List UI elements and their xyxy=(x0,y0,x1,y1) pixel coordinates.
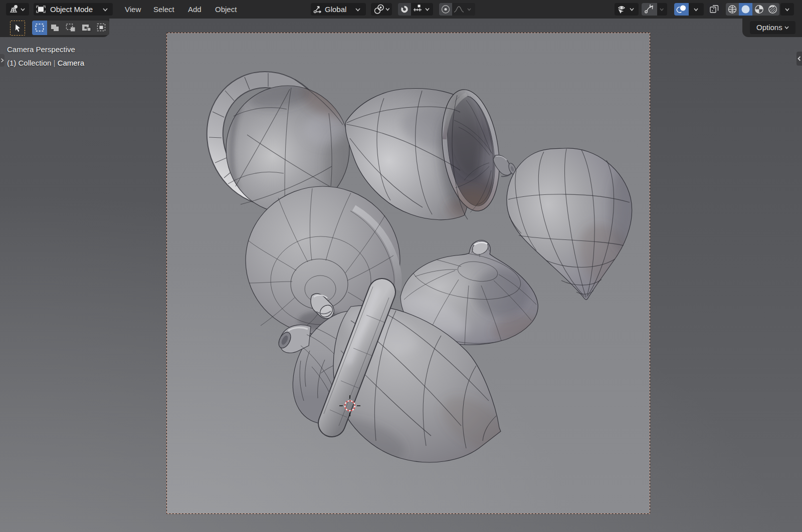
svg-text:Global: Global xyxy=(325,5,346,14)
svg-text:Object Mode: Object Mode xyxy=(50,5,93,14)
